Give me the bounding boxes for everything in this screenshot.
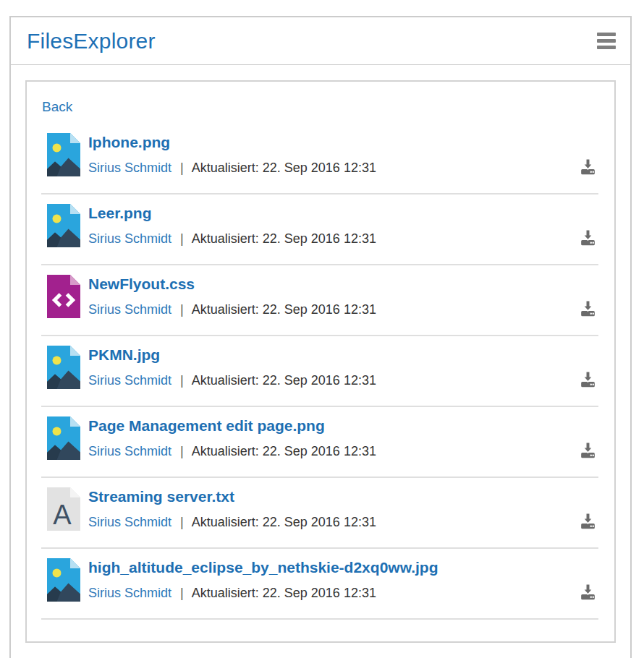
file-updated-text: Aktualisiert: 22. Sep 2016 12:31 <box>192 373 376 388</box>
download-icon <box>579 157 597 176</box>
meta-separator: | <box>180 373 184 388</box>
meta-separator: | <box>180 444 184 458</box>
download-button[interactable] <box>579 440 597 460</box>
file-name-link[interactable]: NewFlyout.css <box>88 275 195 293</box>
files-explorer-window: FilesExplorer Back <box>9 16 632 658</box>
download-icon <box>579 369 597 389</box>
code-file-icon: A <box>47 275 80 318</box>
download-icon <box>579 299 597 318</box>
download-icon <box>579 582 597 602</box>
file-info: Leer.png Sirius Schmidt | Aktualisiert: … <box>88 204 572 247</box>
file-meta: Sirius Schmidt | Aktualisiert: 22. Sep 2… <box>88 302 572 317</box>
file-updated-text: Aktualisiert: 22. Sep 2016 12:31 <box>192 231 376 246</box>
file-row: A Streaming server.txt Sirius Schmidt | … <box>41 478 598 549</box>
file-meta: Sirius Schmidt | Aktualisiert: 22. Sep 2… <box>88 444 572 459</box>
file-author-link[interactable]: Sirius Schmidt <box>88 586 171 600</box>
window-header: FilesExplorer <box>11 17 630 65</box>
file-author-link[interactable]: Sirius Schmidt <box>88 302 171 317</box>
file-author-link[interactable]: Sirius Schmidt <box>88 444 171 458</box>
text-file-icon: A <box>47 487 80 531</box>
file-info: PKMN.jpg Sirius Schmidt | Aktualisiert: … <box>88 346 572 388</box>
image-file-icon: A <box>47 416 80 460</box>
file-list: A Iphone.png Sirius Schmidt | Aktualisie… <box>41 124 598 620</box>
download-button[interactable] <box>579 511 597 531</box>
file-author-link[interactable]: Sirius Schmidt <box>88 161 171 175</box>
file-name-link[interactable]: high_altitude_eclipse_by_nethskie-d2xq0w… <box>88 559 438 576</box>
file-author-link[interactable]: Sirius Schmidt <box>88 515 171 529</box>
download-icon <box>579 440 597 460</box>
download-icon <box>579 228 597 247</box>
file-row: A Leer.png Sirius Schmidt | Aktualisiert… <box>41 195 598 265</box>
meta-separator: | <box>180 586 184 600</box>
file-info: NewFlyout.css Sirius Schmidt | Aktualisi… <box>88 275 572 317</box>
image-file-icon: A <box>47 204 80 247</box>
file-name-link[interactable]: Streaming server.txt <box>88 488 234 505</box>
file-meta: Sirius Schmidt | Aktualisiert: 22. Sep 2… <box>88 161 572 176</box>
file-meta: Sirius Schmidt | Aktualisiert: 22. Sep 2… <box>88 231 572 247</box>
file-author-link[interactable]: Sirius Schmidt <box>88 231 171 246</box>
download-button[interactable] <box>579 369 597 389</box>
file-row: A Iphone.png Sirius Schmidt | Aktualisie… <box>41 124 598 195</box>
image-file-icon: A <box>47 558 80 602</box>
file-updated-text: Aktualisiert: 22. Sep 2016 12:31 <box>192 302 376 317</box>
file-name-link[interactable]: Leer.png <box>88 205 152 222</box>
file-updated-text: Aktualisiert: 22. Sep 2016 12:31 <box>192 515 376 529</box>
meta-separator: | <box>180 161 184 175</box>
hamburger-icon[interactable] <box>596 30 617 52</box>
file-row: A high_altitude_eclipse_by_nethskie-d2xq… <box>41 549 598 620</box>
download-button[interactable] <box>579 228 597 247</box>
file-info: Iphone.png Sirius Schmidt | Aktualisiert… <box>88 133 572 176</box>
meta-separator: | <box>180 302 184 317</box>
image-file-icon: A <box>47 133 80 176</box>
file-author-link[interactable]: Sirius Schmidt <box>88 373 171 388</box>
meta-separator: | <box>180 231 184 246</box>
file-meta: Sirius Schmidt | Aktualisiert: 22. Sep 2… <box>88 586 572 601</box>
file-meta: Sirius Schmidt | Aktualisiert: 22. Sep 2… <box>88 515 572 530</box>
file-row: A PKMN.jpg Sirius Schmidt | Aktualisiert… <box>41 336 598 407</box>
download-button[interactable] <box>579 299 597 318</box>
page-title: FilesExplorer <box>27 29 156 54</box>
file-name-link[interactable]: PKMN.jpg <box>88 346 160 364</box>
download-icon <box>579 511 597 531</box>
back-link[interactable]: Back <box>42 99 72 115</box>
file-info: high_altitude_eclipse_by_nethskie-d2xq0w… <box>88 558 572 601</box>
file-updated-text: Aktualisiert: 22. Sep 2016 12:31 <box>192 161 376 175</box>
file-name-link[interactable]: Page Management edit page.png <box>88 417 325 435</box>
meta-separator: | <box>180 515 184 529</box>
download-button[interactable] <box>579 582 597 602</box>
file-updated-text: Aktualisiert: 22. Sep 2016 12:31 <box>192 444 376 458</box>
file-row: A NewFlyout.css Sirius Schmidt | Aktuali… <box>41 265 598 336</box>
file-row: A Page Management edit page.png Sirius S… <box>41 407 598 478</box>
file-info: Streaming server.txt Sirius Schmidt | Ak… <box>88 487 572 530</box>
file-updated-text: Aktualisiert: 22. Sep 2016 12:31 <box>192 586 376 600</box>
file-info: Page Management edit page.png Sirius Sch… <box>88 416 572 459</box>
download-button[interactable] <box>579 157 597 176</box>
file-meta: Sirius Schmidt | Aktualisiert: 22. Sep 2… <box>88 373 572 388</box>
file-browser-panel: Back A Iphone.png <box>25 80 616 643</box>
image-file-icon: A <box>47 346 80 389</box>
svg-text:A: A <box>53 500 72 530</box>
file-name-link[interactable]: Iphone.png <box>88 134 170 151</box>
